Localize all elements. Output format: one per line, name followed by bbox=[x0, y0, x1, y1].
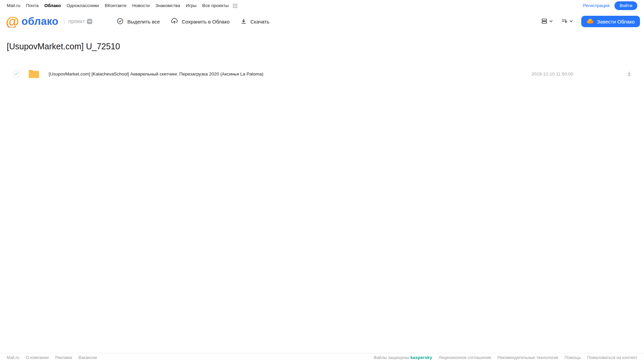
vk-badge-icon: VK bbox=[87, 19, 92, 24]
topnav-item-znakomstva[interactable]: Знакомства bbox=[155, 3, 180, 8]
sort-icon bbox=[561, 18, 568, 25]
get-cloud-button[interactable]: Завести Облако bbox=[581, 16, 640, 27]
file-row[interactable]: [UsupovMarket.com] [KalachevaSchool] Акв… bbox=[7, 65, 637, 83]
topnav-item-pochta[interactable]: Почта bbox=[26, 3, 39, 8]
save-to-cloud-label: Сохранить в Облако bbox=[182, 19, 230, 24]
chevron-down-icon bbox=[569, 19, 573, 24]
protected-label: Файлы защищены bbox=[374, 355, 409, 360]
download-button[interactable]: Скачать bbox=[240, 18, 269, 25]
footer-link-jobs[interactable]: Вакансии bbox=[79, 355, 97, 360]
list-view-icon bbox=[541, 18, 548, 25]
auth-area: Регистрация Войти bbox=[583, 1, 637, 10]
chevron-down-icon bbox=[549, 19, 553, 24]
row-download-button[interactable] bbox=[626, 71, 632, 77]
download-arrow-icon bbox=[626, 71, 632, 77]
file-toolbar: Выделить все Сохранить в Облако Скачат bbox=[116, 17, 269, 26]
view-toggle-button[interactable] bbox=[541, 18, 553, 25]
topnav-item-vkontakte[interactable]: ВКонтакте bbox=[105, 3, 127, 8]
footer-link-mailru[interactable]: Mail.ru bbox=[7, 355, 19, 360]
topnav-item-odnoklassniki[interactable]: Одноклассники bbox=[66, 3, 99, 8]
footer-link-help[interactable]: Помощь bbox=[564, 355, 581, 360]
login-button[interactable]: Войти bbox=[614, 1, 637, 10]
topnav-item-mailru[interactable]: Mail.ru bbox=[7, 3, 20, 8]
cloud-header: @ облако | проект VK Выделить все bbox=[0, 11, 644, 32]
footer-link-recommendations[interactable]: Рекомендательные технологии bbox=[497, 355, 558, 360]
footer-left-links: Mail.ru О компании Реклама Вакансии bbox=[7, 355, 97, 360]
page-title: [UsupovMarket.com] U_72510 bbox=[7, 41, 637, 52]
topnav-item-novosti[interactable]: Новости bbox=[132, 3, 150, 8]
select-all-label: Выделить все bbox=[127, 19, 160, 24]
cloud-icon bbox=[587, 18, 594, 25]
file-name-link[interactable]: [UsupovMarket.com] [KalachevaSchool] Акв… bbox=[49, 71, 263, 76]
top-portal-bar: Mail.ru Почта Облако Одноклассники ВКонт… bbox=[0, 0, 644, 11]
mailru-at-icon: @ bbox=[6, 15, 19, 28]
check-circle-icon bbox=[116, 17, 124, 26]
get-cloud-label: Завести Облако bbox=[597, 19, 635, 24]
topnav-item-igry[interactable]: Игры bbox=[186, 3, 197, 8]
save-to-cloud-button[interactable]: Сохранить в Облако bbox=[170, 17, 230, 26]
footer-link-about[interactable]: О компании bbox=[26, 355, 49, 360]
download-arrow-icon bbox=[240, 18, 247, 25]
check-icon bbox=[14, 72, 18, 75]
topnav-item-all-projects[interactable]: Все проекты bbox=[202, 3, 229, 8]
registration-link[interactable]: Регистрация bbox=[583, 3, 609, 8]
row-checkbox[interactable] bbox=[13, 70, 20, 77]
folder-icon bbox=[28, 69, 40, 79]
footer-link-report-content[interactable]: Пожаловаться на контент bbox=[587, 355, 637, 360]
kaspersky-logo: kaspersky bbox=[410, 355, 432, 360]
logo-divider: | bbox=[63, 18, 65, 25]
apps-grid-icon[interactable] bbox=[233, 3, 237, 8]
footer: Mail.ru О компании Реклама Вакансии Файл… bbox=[0, 353, 644, 362]
header-right-controls: Завести Облако bbox=[541, 16, 640, 27]
cloud-upload-icon bbox=[170, 17, 178, 26]
download-label: Скачать bbox=[250, 19, 269, 24]
project-label: проект bbox=[68, 18, 85, 24]
select-all-button[interactable]: Выделить все bbox=[116, 17, 160, 26]
footer-right-links: Файлы защищеныkaspersky Лицензионное сог… bbox=[374, 355, 637, 360]
footer-link-license[interactable]: Лицензионное соглашение bbox=[439, 355, 491, 360]
footer-link-ads[interactable]: Реклама bbox=[55, 355, 72, 360]
file-date: 2019-12-10 11:50:00 bbox=[532, 71, 573, 76]
kaspersky-protected: Файлы защищеныkaspersky bbox=[374, 355, 432, 360]
logo-text: облако bbox=[21, 15, 58, 28]
topnav-item-oblako[interactable]: Облако bbox=[44, 3, 61, 8]
portal-nav: Mail.ru Почта Облако Одноклассники ВКонт… bbox=[7, 3, 237, 8]
main-content: [UsupovMarket.com] U_72510 [UsupovMarket… bbox=[0, 41, 644, 83]
cloud-logo[interactable]: @ облако | проект VK bbox=[6, 15, 92, 28]
sort-button[interactable] bbox=[561, 18, 573, 25]
